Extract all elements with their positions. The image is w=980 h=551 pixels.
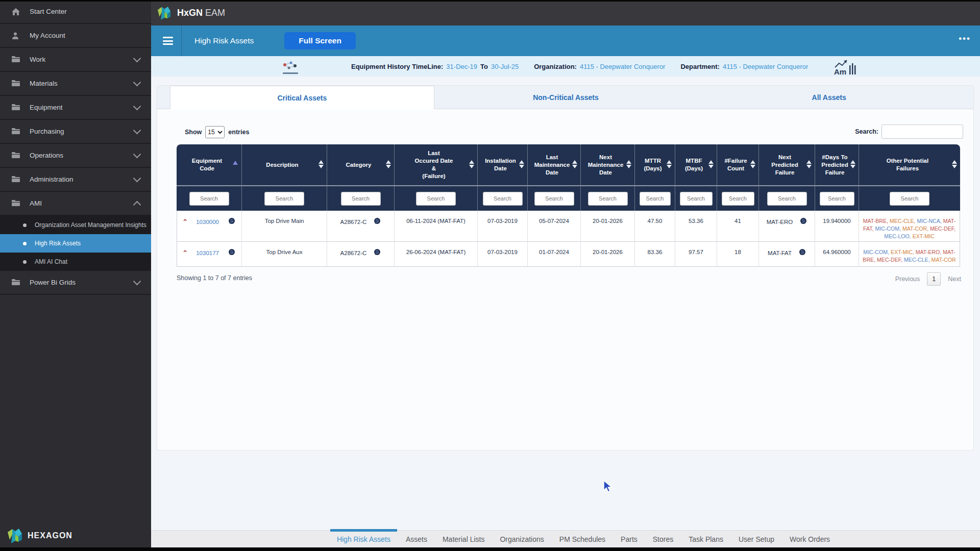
column-header-last-maintenance[interactable]: LastMaintenanceDate bbox=[528, 144, 581, 186]
column-search-input-category[interactable] bbox=[341, 192, 381, 206]
tab-critical-assets[interactable]: Critical Assets bbox=[170, 86, 434, 109]
sidebar-item-my-account[interactable]: My Account bbox=[0, 24, 151, 48]
sort-ascending-icon[interactable] bbox=[233, 161, 238, 165]
footer-item-task-plans[interactable]: Task Plans bbox=[688, 535, 724, 543]
sort-icon[interactable] bbox=[519, 160, 524, 168]
column-header-mtbf[interactable]: MTBF(Days) bbox=[675, 144, 717, 186]
column-header-mttr[interactable]: MTTR(Days) bbox=[635, 144, 675, 186]
info-field-value[interactable]: 4115 - Deepwater Conqueror bbox=[723, 63, 808, 70]
column-search-input-days-to-predicted[interactable] bbox=[820, 192, 854, 206]
expand-row-icon[interactable]: ^ bbox=[183, 218, 187, 226]
sort-icon[interactable] bbox=[572, 160, 577, 168]
page-number-button[interactable]: 1 bbox=[927, 272, 941, 286]
menu-icon[interactable] bbox=[163, 35, 173, 47]
entries-label: entries bbox=[228, 129, 249, 136]
sidebar-item-operations[interactable]: Operations bbox=[0, 144, 151, 168]
sort-icon[interactable] bbox=[667, 160, 672, 168]
footer-item-stores[interactable]: Stores bbox=[652, 535, 674, 543]
table-row: ^1030000Top Drive MainA28672-C06-11-2024… bbox=[177, 211, 960, 242]
column-search-input-mtbf[interactable] bbox=[680, 192, 713, 206]
assets-card: Critical AssetsNon-Critical AssetsAll As… bbox=[157, 85, 974, 450]
ai-insight-icon[interactable] bbox=[374, 217, 381, 227]
ai-insight-icon[interactable] bbox=[374, 248, 381, 258]
sort-icon[interactable] bbox=[318, 160, 324, 168]
sidebar-subitem-organization-asset-management-insights[interactable]: Organization Asset Management Insights bbox=[0, 216, 151, 234]
column-search-input-last-occurred[interactable] bbox=[416, 192, 456, 206]
column-header-days-to-predicted[interactable]: #Days ToPredictedFailure bbox=[815, 144, 859, 186]
column-search-input-next-predicted[interactable] bbox=[767, 192, 807, 206]
footer-item-material-lists[interactable]: Material Lists bbox=[442, 535, 485, 543]
sort-icon[interactable] bbox=[952, 160, 957, 168]
info-field-value[interactable]: 31-Dec-19 bbox=[446, 63, 477, 70]
table-search-input[interactable] bbox=[881, 124, 963, 139]
ai-insight-icon[interactable] bbox=[800, 217, 807, 227]
sidebar-item-ami[interactable]: AMI bbox=[0, 192, 151, 216]
sidebar-item-purchasing[interactable]: Purchasing bbox=[0, 120, 151, 144]
column-search-input-next-maintenance[interactable] bbox=[588, 192, 628, 206]
info-field-value[interactable]: 30-Jul-25 bbox=[491, 63, 519, 70]
column-search-input-other-failures[interactable] bbox=[890, 192, 929, 206]
ai-insight-icon[interactable] bbox=[799, 248, 806, 258]
ai-insight-icon[interactable] bbox=[228, 248, 235, 258]
column-header-next-predicted[interactable]: NextPredictedFailure bbox=[759, 144, 815, 186]
sidebar-subitem-ami-ai-chat[interactable]: AMI AI Chat bbox=[0, 253, 151, 271]
column-header-code[interactable]: EquipmentCode bbox=[177, 144, 242, 186]
column-header-category[interactable]: Category bbox=[327, 144, 395, 186]
sidebar-item-materials[interactable]: Materials bbox=[0, 72, 151, 96]
table-body: ^1030000Top Drive MainA28672-C06-11-2024… bbox=[177, 211, 960, 267]
column-search-input-code[interactable] bbox=[189, 192, 229, 206]
cell-mtbf: 53.36 bbox=[675, 211, 717, 242]
tab-all-assets[interactable]: All Assets bbox=[697, 86, 961, 109]
sort-icon[interactable] bbox=[850, 160, 855, 168]
column-header-next-maintenance[interactable]: NextMaintenanceDate bbox=[581, 144, 635, 186]
column-header-description[interactable]: Description bbox=[242, 144, 327, 186]
column-search-input-description[interactable] bbox=[264, 192, 304, 206]
sidebar-item-label: Power Bi Grids bbox=[30, 279, 134, 286]
sort-icon[interactable] bbox=[708, 160, 714, 168]
column-search-input-mttr[interactable] bbox=[640, 192, 671, 206]
expand-row-icon[interactable]: ^ bbox=[183, 249, 187, 257]
failure-code: MEC-CLE, bbox=[904, 257, 932, 263]
sidebar-item-start-center[interactable]: Start Center bbox=[0, 0, 151, 24]
column-header-failure-count[interactable]: #FailureCount bbox=[717, 144, 759, 186]
info-field-label: To bbox=[480, 63, 488, 70]
sort-icon[interactable] bbox=[469, 160, 474, 168]
sidebar-item-equipment[interactable]: Equipment bbox=[0, 96, 151, 120]
footer-item-organizations[interactable]: Organizations bbox=[499, 535, 545, 543]
next-page-button[interactable]: Next bbox=[948, 276, 961, 283]
chevron-down-icon bbox=[133, 126, 141, 134]
column-search-input-last-maintenance[interactable] bbox=[534, 192, 574, 206]
column-header-other-failures[interactable]: Other PotentialFailures bbox=[859, 144, 960, 186]
column-search-input-failure-count[interactable] bbox=[722, 192, 754, 206]
sidebar-item-power-bi-grids[interactable]: Power Bi Grids bbox=[0, 271, 151, 295]
column-header-last-occurred[interactable]: LastOccured Date&(Failure) bbox=[395, 144, 478, 186]
failure-code: MIC-NCA, bbox=[917, 218, 943, 224]
info-field-value[interactable]: 4115 - Deepwater Conqueror bbox=[580, 63, 665, 70]
page-size-select[interactable]: 15 bbox=[205, 126, 225, 138]
sort-icon[interactable] bbox=[386, 160, 391, 168]
sidebar-item-administration[interactable]: Administration bbox=[0, 168, 151, 192]
footer-item-work-orders[interactable]: Work Orders bbox=[789, 535, 831, 543]
equipment-code-link[interactable]: 1030000 bbox=[196, 218, 219, 226]
sort-icon[interactable] bbox=[750, 160, 755, 168]
sidebar-subitem-high-risk-assets[interactable]: High Risk Assets bbox=[0, 234, 151, 253]
previous-page-button[interactable]: Previous bbox=[895, 276, 920, 283]
footer-item-user-setup[interactable]: User Setup bbox=[738, 535, 775, 543]
cell-next-predicted: MAT-FAT bbox=[759, 242, 815, 267]
column-search-input-installation[interactable] bbox=[483, 192, 523, 206]
footer-item-parts[interactable]: Parts bbox=[620, 535, 639, 543]
cell-text: MAT-ERO bbox=[767, 218, 793, 226]
tab-non-critical-assets[interactable]: Non-Critical Assets bbox=[434, 86, 698, 109]
sort-icon[interactable] bbox=[626, 160, 631, 168]
equipment-code-link[interactable]: 1030177 bbox=[196, 249, 219, 257]
overflow-menu-icon[interactable]: ••• bbox=[959, 34, 971, 44]
sidebar-item-work[interactable]: Work bbox=[0, 48, 151, 72]
footer-item-pm-schedules[interactable]: PM Schedules bbox=[558, 535, 606, 543]
ai-insight-icon[interactable] bbox=[228, 217, 235, 227]
column-header-installation[interactable]: InstallationDate bbox=[478, 144, 528, 186]
mouse-cursor bbox=[603, 480, 615, 493]
full-screen-button[interactable]: Full Screen bbox=[284, 32, 356, 49]
sort-icon[interactable] bbox=[806, 160, 812, 168]
footer-item-assets[interactable]: Assets bbox=[405, 535, 428, 543]
footer-item-high-risk-assets[interactable]: High Risk Assets bbox=[336, 535, 391, 543]
